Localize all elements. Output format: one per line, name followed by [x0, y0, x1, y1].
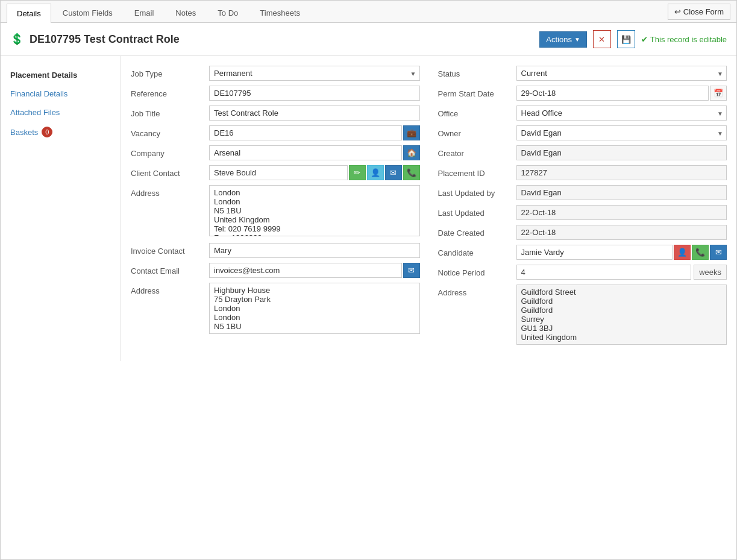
candidate-field-row: Candidate 👤 📞 ✉: [438, 245, 727, 260]
client-contact-person-button[interactable]: 👤: [367, 165, 384, 180]
actions-caret-icon: ▼: [574, 36, 580, 43]
date-created-input: [516, 225, 727, 240]
tab-email[interactable]: Email: [124, 3, 165, 22]
candidate-email-button[interactable]: ✉: [710, 245, 727, 260]
job-title-input[interactable]: [209, 105, 420, 121]
send-email-icon: ✉: [408, 266, 415, 275]
invoice-address-label: Address: [131, 283, 209, 295]
last-updated-by-field-row: Last Updated by: [438, 185, 727, 200]
job-title-label: Job Title: [131, 105, 209, 118]
notice-period-field-row: Notice Period weeks: [438, 265, 727, 280]
candidate-address-label: Address: [438, 285, 516, 297]
client-contact-edit-button[interactable]: ✏: [349, 165, 366, 180]
invoice-contact-label: Invoice Contact: [131, 243, 209, 256]
tab-todo[interactable]: To Do: [207, 3, 248, 22]
candidate-person-icon: 👤: [677, 248, 687, 257]
home-icon: 🏠: [407, 148, 416, 157]
candidate-address-textarea: Guildford Street Guildford Guildford Sur…: [516, 285, 727, 345]
candidate-input[interactable]: [516, 245, 673, 260]
reference-input-wrapper: [209, 86, 420, 101]
invoice-address-textarea[interactable]: Highbury House 75 Drayton Park London Lo…: [209, 283, 420, 334]
reference-input[interactable]: [209, 86, 420, 101]
job-type-field-row: Job Type Permanent Contract Temp: [131, 66, 420, 81]
tab-custom-fields[interactable]: Custom Fields: [52, 3, 123, 22]
last-updated-field-row: Last Updated: [438, 205, 727, 220]
creator-input: [516, 145, 727, 160]
editable-badge: ✔ This record is editable: [641, 35, 727, 44]
invoice-contact-input[interactable]: [209, 243, 420, 258]
notice-period-unit: weeks: [694, 265, 727, 280]
perm-start-date-calendar-button[interactable]: 📅: [710, 86, 727, 101]
candidate-person-button[interactable]: 👤: [674, 245, 691, 260]
tab-timesheets[interactable]: Timesheets: [249, 3, 310, 22]
left-form-column: Job Type Permanent Contract Temp Referen…: [131, 66, 420, 351]
placement-id-input: [516, 165, 727, 180]
reference-label: Reference: [131, 86, 209, 98]
invoice-address-field-row: Address Highbury House 75 Drayton Park L…: [131, 283, 420, 336]
form-area: Job Type Permanent Contract Temp Referen…: [121, 56, 736, 361]
date-created-field-row: Date Created: [438, 225, 727, 240]
sidebar-item-baskets[interactable]: Baskets 0: [1, 122, 121, 142]
contact-email-input[interactable]: [209, 263, 402, 278]
last-updated-input-wrapper: [516, 205, 727, 220]
status-input-wrapper: Current Completed Cancelled: [516, 66, 727, 81]
client-contact-email-button[interactable]: ✉: [385, 165, 402, 180]
office-select[interactable]: Head Office Branch Office: [516, 105, 727, 121]
vacancy-label: Vacancy: [131, 125, 209, 138]
job-type-input-wrapper: Permanent Contract Temp: [209, 66, 420, 81]
sidebar-item-financial-details[interactable]: Financial Details: [1, 84, 121, 103]
invoice-contact-field-row: Invoice Contact: [131, 243, 420, 258]
client-contact-phone-button[interactable]: 📞: [403, 165, 420, 180]
company-label: Company: [131, 145, 209, 158]
person-icon: 👤: [371, 168, 380, 177]
office-input-wrapper: Head Office Branch Office: [516, 105, 727, 121]
client-contact-input-wrapper: ✏ 👤 ✉ 📞: [209, 165, 420, 180]
perm-start-date-label: Perm Start Date: [438, 86, 516, 98]
office-label: Office: [438, 105, 516, 118]
client-address-textarea[interactable]: London London N5 1BU United Kingdom Tel:…: [209, 185, 420, 236]
candidate-phone-button[interactable]: 📞: [692, 245, 709, 260]
save-button[interactable]: 💾: [617, 30, 635, 48]
right-form-column: Status Current Completed Cancelled Perm …: [438, 66, 727, 351]
candidate-phone-icon: 📞: [695, 248, 705, 257]
status-select[interactable]: Current Completed Cancelled: [516, 66, 727, 81]
notice-period-label: Notice Period: [438, 265, 516, 277]
delete-button[interactable]: ✕: [593, 30, 611, 48]
owner-select[interactable]: David Egan: [516, 125, 727, 140]
company-input[interactable]: [209, 145, 402, 160]
close-icon: ✕: [598, 35, 605, 44]
job-title-field-row: Job Title: [131, 105, 420, 121]
perm-start-date-input[interactable]: [516, 86, 709, 101]
notice-period-input[interactable]: [516, 265, 692, 280]
contact-email-input-wrapper: ✉: [209, 263, 420, 278]
vacancy-input[interactable]: [209, 125, 402, 140]
sidebar-item-attached-files[interactable]: Attached Files: [1, 103, 121, 122]
sidebar-item-placement-details[interactable]: Placement Details: [1, 66, 121, 84]
tab-notes[interactable]: Notes: [165, 3, 206, 22]
invoice-address-input-wrapper: Highbury House 75 Drayton Park London Lo…: [209, 283, 420, 336]
notice-period-input-wrapper: weeks: [516, 265, 727, 280]
tab-details[interactable]: Details: [7, 4, 51, 23]
contact-email-send-button[interactable]: ✉: [403, 263, 420, 278]
briefcase-icon: 💼: [407, 128, 416, 137]
creator-field-row: Creator: [438, 145, 727, 160]
close-form-button[interactable]: ↩ Close Form: [668, 4, 730, 20]
company-input-wrapper: 🏠: [209, 145, 420, 160]
creator-label: Creator: [438, 145, 516, 158]
creator-input-wrapper: [516, 145, 727, 160]
job-type-label: Job Type: [131, 66, 209, 78]
last-updated-label: Last Updated: [438, 205, 516, 218]
vacancy-input-wrapper: 💼: [209, 125, 420, 140]
job-type-select[interactable]: Permanent Contract Temp: [209, 66, 420, 81]
invoice-contact-input-wrapper: [209, 243, 420, 258]
actions-button[interactable]: Actions ▼: [539, 31, 587, 48]
contact-email-field-row: Contact Email ✉: [131, 263, 420, 278]
company-home-button[interactable]: 🏠: [403, 145, 420, 160]
placement-id-input-wrapper: [516, 165, 727, 180]
last-updated-by-label: Last Updated by: [438, 185, 516, 198]
vacancy-lookup-button[interactable]: 💼: [403, 125, 420, 140]
client-contact-input[interactable]: [209, 165, 348, 180]
last-updated-input: [516, 205, 727, 220]
tabs-bar: Details Custom Fields Email Notes To Do …: [1, 1, 736, 23]
client-contact-field-row: Client Contact ✏ 👤 ✉: [131, 165, 420, 180]
